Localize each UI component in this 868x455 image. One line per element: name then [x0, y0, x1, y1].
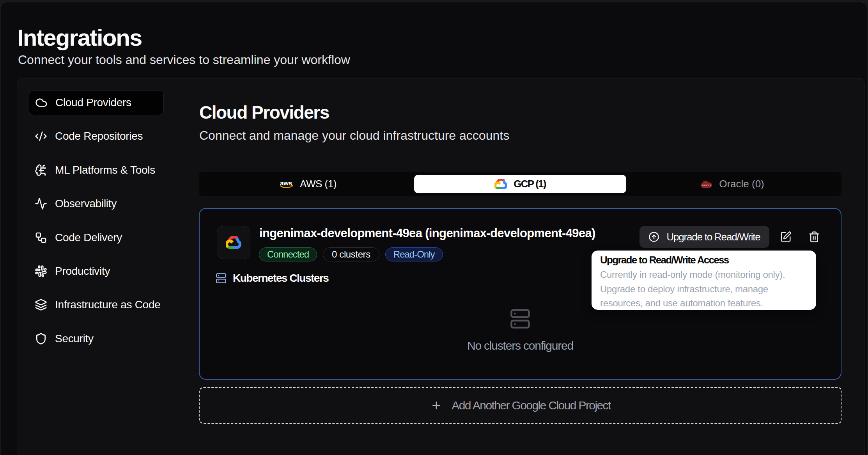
- svg-text:ORACLE: ORACLE: [702, 184, 712, 186]
- svg-text:aws: aws: [280, 180, 292, 187]
